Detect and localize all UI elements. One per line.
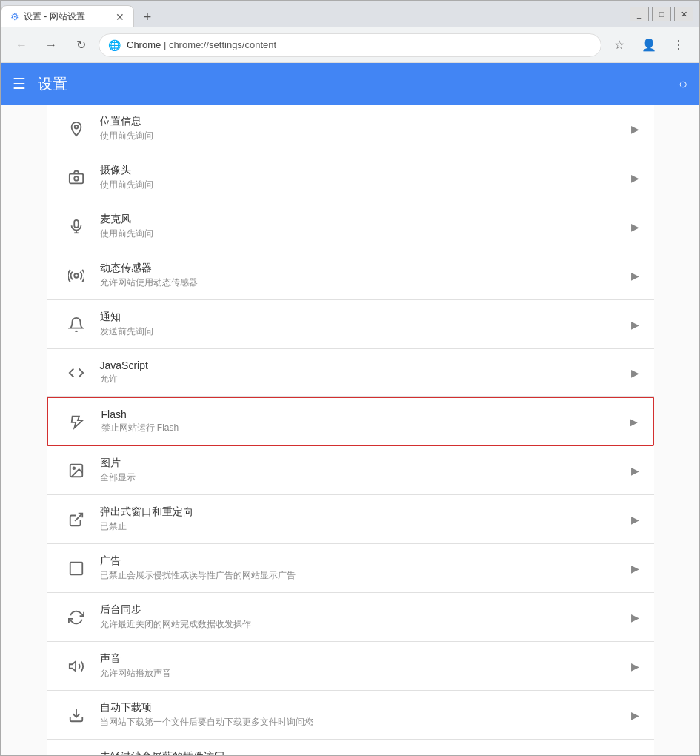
search-icon[interactable]: ○ bbox=[679, 76, 687, 93]
setting-subtitle-8: 已禁止 bbox=[100, 520, 625, 533]
chevron-right-icon-4: ▶ bbox=[631, 319, 639, 331]
setting-title-7: 图片 bbox=[100, 457, 625, 470]
chevron-right-icon-3: ▶ bbox=[631, 270, 639, 282]
setting-item-2[interactable]: 麦克风 使用前先询问 ▶ bbox=[47, 202, 654, 251]
chevron-right-icon-9: ▶ bbox=[631, 563, 639, 574]
chevron-right-icon-6: ▶ bbox=[630, 416, 638, 428]
tab-area: ⚙ 设置 - 网站设置 ✕ + bbox=[1, 1, 624, 27]
setting-item-7[interactable]: 图片 全部显示 ▶ bbox=[47, 446, 654, 495]
chrome-logo-icon: 🌐 bbox=[108, 39, 121, 51]
setting-text-13: 未经过沙盒屏蔽的插件访问 当网站要使用插件访问您的计算机时询问您 bbox=[100, 750, 625, 755]
setting-text-6: Flash 禁止网站运行 Flash bbox=[101, 408, 624, 434]
chevron-right-icon-10: ▶ bbox=[631, 611, 639, 623]
setting-text-10: 后台同步 允许最近关闭的网站完成数据收发操作 bbox=[100, 603, 625, 631]
setting-title-9: 广告 bbox=[100, 554, 625, 568]
setting-text-1: 摄像头 使用前先询问 bbox=[100, 164, 625, 191]
nav-bar: ← → ↻ 🌐 Chrome | chrome://settings/conte… bbox=[1, 27, 699, 63]
svg-point-7 bbox=[73, 467, 75, 469]
setting-text-11: 声音 允许网站播放声音 bbox=[100, 652, 625, 680]
svg-point-5 bbox=[74, 273, 79, 278]
setting-subtitle-4: 发送前先询问 bbox=[100, 325, 625, 338]
setting-subtitle-12: 当网站下载第一个文件后要自动下载更多文件时询问您 bbox=[100, 716, 625, 729]
url-path: chrome://settings/content bbox=[169, 39, 276, 50]
chevron-right-icon-12: ▶ bbox=[631, 709, 639, 721]
setting-title-13: 未经过沙盒屏蔽的插件访问 bbox=[100, 750, 625, 755]
refresh-button[interactable]: ↻ bbox=[69, 33, 93, 57]
active-tab[interactable]: ⚙ 设置 - 网站设置 ✕ bbox=[1, 5, 134, 27]
setting-item-11[interactable]: 声音 允许网站播放声音 ▶ bbox=[47, 642, 654, 691]
hamburger-icon[interactable]: ☰ bbox=[13, 75, 26, 93]
setting-item-0[interactable]: 位置信息 使用前先询问 ▶ bbox=[47, 105, 654, 153]
setting-title-4: 通知 bbox=[100, 311, 625, 324]
setting-text-4: 通知 发送前先询问 bbox=[100, 311, 625, 338]
back-button[interactable]: ← bbox=[10, 33, 33, 57]
setting-text-5: JavaScript 允许 bbox=[100, 359, 625, 385]
setting-item-1[interactable]: 摄像头 使用前先询问 ▶ bbox=[47, 153, 654, 202]
window-frame: ⚙ 设置 - 网站设置 ✕ + _ □ ✕ ← → ↻ 🌐 Chrome | c… bbox=[0, 0, 700, 756]
setting-item-6[interactable]: Flash 禁止网站运行 Flash ▶ bbox=[47, 397, 654, 446]
setting-text-0: 位置信息 使用前先询问 bbox=[100, 115, 625, 142]
setting-item-4[interactable]: 通知 发送前先询问 ▶ bbox=[47, 300, 654, 349]
image-icon bbox=[61, 462, 91, 479]
tab-favicon-icon: ⚙ bbox=[10, 11, 19, 22]
popup-icon bbox=[61, 511, 91, 528]
setting-subtitle-7: 全部显示 bbox=[100, 471, 625, 484]
setting-text-2: 麦克风 使用前先询问 bbox=[100, 213, 625, 240]
sound-icon bbox=[61, 658, 91, 674]
setting-subtitle-3: 允许网站使用动态传感器 bbox=[100, 276, 625, 289]
tab-title: 设置 - 网站设置 bbox=[24, 10, 85, 23]
javascript-icon bbox=[61, 365, 91, 381]
settings-list: 位置信息 使用前先询问 ▶ 摄像头 使用前先询问 ▶ 麦克风 使用前先询问 ▶ … bbox=[47, 105, 654, 755]
setting-text-12: 自动下载项 当网站下载第一个文件后要自动下载更多文件时询问您 bbox=[100, 701, 625, 729]
tab-close-button[interactable]: ✕ bbox=[116, 11, 124, 23]
chrome-label: Chrome bbox=[127, 39, 161, 50]
setting-item-13[interactable]: 未经过沙盒屏蔽的插件访问 当网站要使用插件访问您的计算机时询问您 ▶ bbox=[47, 740, 654, 755]
chevron-right-icon-2: ▶ bbox=[631, 221, 639, 233]
content-area: 位置信息 使用前先询问 ▶ 摄像头 使用前先询问 ▶ 麦克风 使用前先询问 ▶ … bbox=[1, 105, 699, 755]
setting-subtitle-11: 允许网站播放声音 bbox=[100, 667, 625, 680]
setting-item-3[interactable]: 动态传感器 允许网站使用动态传感器 ▶ bbox=[47, 251, 654, 300]
svg-rect-0 bbox=[69, 173, 82, 183]
maximize-button[interactable]: □ bbox=[652, 7, 671, 21]
forward-button[interactable]: → bbox=[39, 33, 63, 57]
setting-title-5: JavaScript bbox=[100, 359, 625, 371]
chevron-right-icon-7: ▶ bbox=[631, 465, 639, 477]
new-tab-button[interactable]: + bbox=[137, 7, 158, 27]
microphone-icon bbox=[61, 219, 91, 235]
setting-title-2: 麦克风 bbox=[100, 213, 625, 226]
sensor-icon bbox=[61, 268, 91, 284]
setting-title-11: 声音 bbox=[100, 652, 625, 666]
setting-subtitle-5: 允许 bbox=[100, 373, 625, 385]
setting-item-5[interactable]: JavaScript 允许 ▶ bbox=[47, 349, 654, 397]
setting-subtitle-1: 使用前先询问 bbox=[100, 179, 625, 191]
setting-item-12[interactable]: 自动下载项 当网站下载第一个文件后要自动下载更多文件时询问您 ▶ bbox=[47, 691, 654, 740]
profile-icon[interactable]: 👤 bbox=[637, 33, 661, 57]
svg-line-8 bbox=[75, 513, 82, 520]
chevron-right-icon-0: ▶ bbox=[631, 123, 639, 135]
setting-title-10: 后台同步 bbox=[100, 603, 625, 617]
minimize-button[interactable]: _ bbox=[630, 7, 649, 21]
flash-icon bbox=[63, 414, 93, 430]
address-bar[interactable]: 🌐 Chrome | chrome://settings/content bbox=[99, 33, 601, 57]
more-menu-icon[interactable]: ⋮ bbox=[667, 33, 690, 57]
bookmark-icon[interactable]: ☆ bbox=[607, 33, 631, 57]
setting-subtitle-2: 使用前先询问 bbox=[100, 228, 625, 240]
window-controls: _ □ ✕ bbox=[624, 7, 699, 21]
setting-text-9: 广告 已禁止会展示侵扰性或误导性广告的网站显示广告 bbox=[100, 554, 625, 582]
setting-item-9[interactable]: 广告 已禁止会展示侵扰性或误导性广告的网站显示广告 ▶ bbox=[47, 544, 654, 593]
ads-icon bbox=[61, 560, 91, 577]
camera-icon bbox=[61, 170, 91, 186]
setting-subtitle-0: 使用前先询问 bbox=[100, 130, 625, 142]
url-display: Chrome | chrome://settings/content bbox=[127, 39, 592, 50]
setting-item-8[interactable]: 弹出式窗口和重定向 已禁止 ▶ bbox=[47, 495, 654, 544]
setting-subtitle-9: 已禁止会展示侵扰性或误导性广告的网站显示广告 bbox=[100, 569, 625, 582]
notification-icon bbox=[61, 316, 91, 333]
svg-marker-10 bbox=[69, 661, 75, 671]
close-button[interactable]: ✕ bbox=[674, 7, 693, 21]
setting-title-12: 自动下载项 bbox=[100, 701, 625, 714]
setting-text-8: 弹出式窗口和重定向 已禁止 bbox=[100, 505, 625, 533]
chevron-right-icon-11: ▶ bbox=[631, 660, 639, 672]
app-bar: ☰ 设置 ○ bbox=[1, 63, 699, 105]
setting-title-0: 位置信息 bbox=[100, 115, 625, 128]
setting-item-10[interactable]: 后台同步 允许最近关闭的网站完成数据收发操作 ▶ bbox=[47, 593, 654, 642]
